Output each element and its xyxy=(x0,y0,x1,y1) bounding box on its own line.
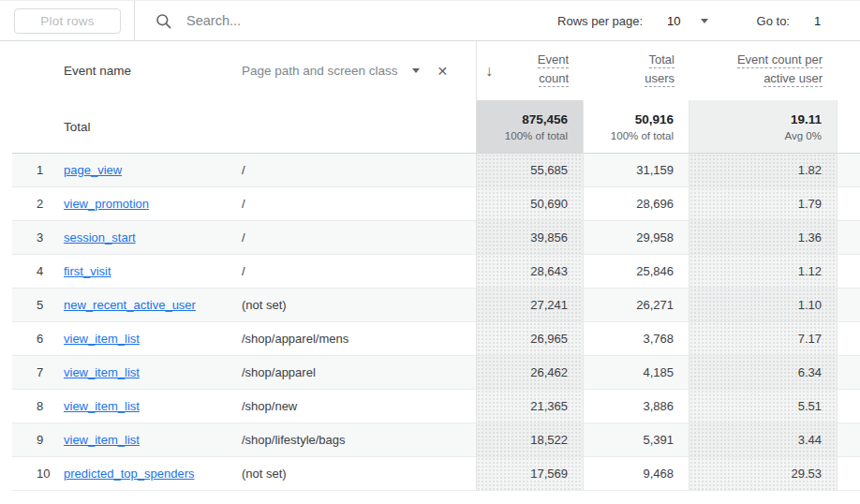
chevron-down-icon xyxy=(701,19,708,23)
page-path-cell: /shop/lifestyle/bags xyxy=(242,423,476,457)
overflow-cell xyxy=(837,100,860,154)
sort-descending-icon[interactable]: ↓ xyxy=(485,63,493,80)
event-count-cell: 39,856 xyxy=(476,221,583,255)
event-name-cell: session_start xyxy=(64,221,242,255)
dimension-selector-page-path[interactable]: Page path and screen class ✕ xyxy=(242,41,476,100)
per-active-user-cell: 1.10 xyxy=(689,289,837,322)
total-users-cell: 5,391 xyxy=(583,423,689,457)
per-active-user-cell: 1.82 xyxy=(689,154,837,187)
table-row: 1 page_view / 55,685 31,159 1.82 xyxy=(12,154,860,187)
total-users-cell: 26,271 xyxy=(583,289,689,322)
event-name-cell: page_view xyxy=(64,154,242,187)
event-name-link[interactable]: view_item_list xyxy=(64,433,140,447)
column-header-event-name: Event name xyxy=(64,41,242,100)
table-row: 8 view_item_list /shop/new 21,365 3,886 … xyxy=(12,390,860,423)
event-name-cell: view_item_list xyxy=(64,356,242,390)
row-number: 1 xyxy=(12,154,64,187)
row-number: 7 xyxy=(12,356,64,390)
total-subtext: 100% of total xyxy=(584,130,674,141)
page-path-cell: / xyxy=(242,154,476,187)
page-path-cell: / xyxy=(242,221,476,255)
event-name-cell: first_visit xyxy=(64,255,242,289)
event-name-link[interactable]: view_item_list xyxy=(64,399,140,413)
overflow-cell xyxy=(837,423,860,457)
event-name-link[interactable]: predicted_top_spenders xyxy=(64,467,195,481)
total-users-cell: 4,185 xyxy=(583,356,689,390)
overflow-cell xyxy=(837,154,860,187)
metric-header-label: count xyxy=(539,72,569,87)
dimension-selector-label: Page path and screen class xyxy=(242,64,398,78)
event-name-link[interactable]: page_view xyxy=(64,163,122,177)
go-to-input[interactable] xyxy=(814,14,829,28)
total-users-cell: 9,468 xyxy=(583,457,689,491)
row-number: 2 xyxy=(12,187,64,221)
event-name-cell: new_recent_active_user xyxy=(64,289,242,322)
metric-header-label: Event count per xyxy=(737,53,823,68)
event-name-cell: view_item_list xyxy=(64,423,242,457)
event-name-cell: view_promotion xyxy=(64,187,242,221)
events-table: Event name Page path and screen class ✕ … xyxy=(12,41,860,491)
total-users-cell: 3,886 xyxy=(583,390,689,423)
total-value: 875,456 xyxy=(477,112,568,126)
event-count-cell: 27,241 xyxy=(476,289,583,322)
overflow-cell xyxy=(837,356,860,390)
metric-header-label: Event xyxy=(538,53,569,68)
event-name-link[interactable]: first_visit xyxy=(64,264,111,278)
event-name-cell: view_item_list xyxy=(64,322,242,356)
event-count-cell: 26,462 xyxy=(476,356,583,390)
event-count-cell: 18,522 xyxy=(476,423,583,457)
metric-header-label: active user xyxy=(764,72,823,87)
total-users-cell: 3,768 xyxy=(583,322,689,356)
event-name-link[interactable]: view_item_list xyxy=(64,365,140,379)
page-path-cell: (not set) xyxy=(242,457,476,491)
event-count-cell: 55,685 xyxy=(476,154,583,187)
total-value: 50,916 xyxy=(584,112,674,126)
page-path-cell: / xyxy=(242,255,476,289)
overflow-cell xyxy=(837,390,860,423)
plot-rows-button[interactable]: Plot rows xyxy=(14,8,121,34)
per-active-user-cell: 1.12 xyxy=(689,255,837,289)
table-toolbar: Plot rows Rows per page: 10 Go to: xyxy=(0,0,860,41)
close-icon[interactable]: ✕ xyxy=(437,65,449,78)
page-path-cell: /shop/new xyxy=(242,390,476,423)
per-active-user-cell: 6.34 xyxy=(689,356,837,390)
column-header-total-users[interactable]: Total users xyxy=(583,41,689,100)
event-count-cell: 26,965 xyxy=(476,322,583,356)
rows-per-page-label: Rows per page: xyxy=(557,14,643,28)
row-number: 3 xyxy=(12,221,64,255)
chevron-down-icon[interactable] xyxy=(412,68,420,73)
total-value: 19.11 xyxy=(689,112,822,126)
search-icon xyxy=(155,12,172,30)
row-number: 6 xyxy=(12,322,64,356)
row-number xyxy=(12,100,64,154)
event-count-cell: 28,643 xyxy=(476,255,583,289)
event-name-link[interactable]: view_item_list xyxy=(64,332,140,346)
search-input[interactable] xyxy=(185,12,413,29)
table-row: 3 session_start / 39,856 29,958 1.36 xyxy=(12,221,860,255)
total-total-users: 50,916 100% of total xyxy=(583,100,689,154)
event-count-cell: 17,569 xyxy=(476,457,583,491)
pagination-controls: Rows per page: 10 Go to: xyxy=(557,14,829,28)
event-name-link[interactable]: session_start xyxy=(64,230,136,245)
event-name-link[interactable]: view_promotion xyxy=(64,197,149,211)
overflow-cell xyxy=(837,322,860,356)
search-field[interactable] xyxy=(155,12,413,30)
rows-per-page-value: 10 xyxy=(667,14,680,28)
total-users-cell: 29,958 xyxy=(583,221,689,255)
event-count-cell: 21,365 xyxy=(476,390,583,423)
row-number-header xyxy=(12,41,64,100)
per-active-user-cell: 7.17 xyxy=(689,322,837,356)
column-header-event-count-per-active-user[interactable]: Event count per active user xyxy=(689,41,837,100)
row-number: 4 xyxy=(12,255,64,289)
table-header-row: Event name Page path and screen class ✕ … xyxy=(12,41,860,100)
column-header-event-count[interactable]: ↓ Event count xyxy=(476,41,583,100)
per-active-user-cell: 3.44 xyxy=(689,423,837,457)
overflow-cell xyxy=(837,289,860,322)
overflow-cell xyxy=(837,187,860,221)
row-number: 10 xyxy=(12,457,64,491)
row-number: 5 xyxy=(12,289,64,322)
event-name-link[interactable]: new_recent_active_user xyxy=(64,298,196,312)
rows-per-page-select[interactable]: 10 xyxy=(643,14,707,28)
total-event-count: 875,456 100% of total xyxy=(476,100,583,154)
metric-header-label: users xyxy=(645,72,675,87)
